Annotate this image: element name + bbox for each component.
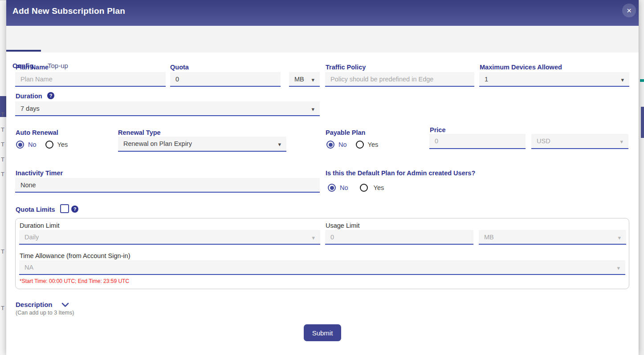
currency-value: USD	[537, 137, 550, 145]
time-allowance-select[interactable]: NA ▾	[19, 260, 625, 275]
traffic-policy-placeholder: Policy should be predefined in Edge	[330, 76, 433, 83]
price-value: 0	[435, 137, 438, 145]
background-clipped-text: T	[1, 156, 4, 163]
quota-unit-value: MB	[294, 76, 304, 83]
dropdown-arrow-icon: ▾	[620, 139, 623, 145]
background-clipped-text: T	[1, 141, 4, 148]
renewal-type-label: Renewal Type	[118, 129, 161, 136]
duration-limit-select[interactable]: Daily ▾	[19, 230, 320, 245]
auto-renewal-no-label: No	[28, 141, 37, 148]
max-devices-select[interactable]: 1 ▾	[479, 72, 629, 87]
time-allowance-label: Time Allowance (from Account Sign-in)	[20, 252, 130, 259]
price-input[interactable]: 0	[429, 134, 526, 149]
auto-renewal-no-radio[interactable]	[16, 141, 24, 149]
default-plan-label: Is this the Default Plan for Admin creat…	[326, 169, 475, 177]
traffic-policy-label: Traffic Policy	[326, 64, 366, 71]
page-scrollbar-thumb[interactable]	[641, 107, 644, 138]
help-icon[interactable]: ?	[47, 92, 54, 99]
background-clipped-text: T	[1, 126, 4, 133]
usage-limit-unit-select[interactable]: MB ▾	[479, 230, 626, 245]
payable-plan-radio-group: No Yes	[326, 141, 387, 149]
chevron-down-icon[interactable]	[61, 303, 69, 307]
help-icon[interactable]: ?	[71, 206, 78, 213]
active-tab-underline	[6, 50, 41, 52]
traffic-policy-input[interactable]: Policy should be predefined in Edge	[325, 72, 474, 87]
submit-button[interactable]: Submit	[304, 324, 341, 341]
time-range-note: *Start Time: 00:00 UTC; End Time: 23:59 …	[20, 278, 129, 284]
payable-plan-yes-radio[interactable]	[356, 141, 364, 149]
description-label: Description	[16, 301, 53, 308]
tab-bar: Config Top-up	[6, 26, 639, 52]
price-label: Price	[430, 126, 445, 133]
inactivity-timer-input[interactable]: None	[15, 178, 320, 193]
quota-limits-label: Quota Limits	[16, 206, 55, 213]
auto-renewal-label: Auto Renewal	[16, 129, 58, 136]
quota-value: 0	[175, 76, 179, 83]
background-clipped-text: T	[1, 111, 4, 118]
dropdown-arrow-icon: ▾	[312, 235, 315, 241]
dropdown-arrow-icon: ▾	[311, 77, 314, 83]
time-allowance-value: NA	[24, 264, 33, 271]
close-button[interactable]: ×	[622, 4, 636, 17]
tab-topup[interactable]: Top-up	[48, 62, 68, 69]
modal-header: Add New Subscription Plan ×	[6, 0, 639, 26]
dropdown-arrow-icon: ▾	[617, 265, 620, 271]
auto-renewal-yes-label: Yes	[57, 141, 68, 148]
quota-limits-checkbox[interactable]	[60, 204, 69, 213]
duration-select[interactable]: 7 days ▾	[15, 101, 320, 116]
modal-title: Add New Subscription Plan	[12, 6, 125, 16]
inactivity-timer-value: None	[20, 182, 36, 189]
renewal-type-select[interactable]: Renewal on Plan Expiry ▾	[118, 137, 286, 152]
quota-unit-select[interactable]: MB ▾	[289, 72, 320, 87]
payable-plan-yes-label: Yes	[368, 141, 379, 148]
payable-plan-label: Payable Plan	[326, 129, 365, 136]
usage-limit-value: 0	[330, 234, 334, 241]
description-note: (Can add up to 3 Items)	[16, 310, 74, 316]
usage-limit-input[interactable]: 0	[325, 230, 473, 245]
dropdown-arrow-icon: ▾	[618, 235, 621, 241]
radio-dot	[329, 143, 333, 147]
background-page-left-edge: T T T T T T T	[0, 0, 6, 355]
background-clipped-text: T	[1, 171, 4, 178]
quota-label: Quota	[170, 64, 189, 71]
plan-name-label: Plan Name	[16, 64, 49, 71]
dropdown-arrow-icon: ▾	[621, 77, 624, 83]
default-plan-no-label: No	[340, 184, 348, 191]
payable-plan-no-radio[interactable]	[326, 141, 334, 149]
usage-limit-label: Usage Limit	[326, 222, 360, 229]
default-plan-yes-label: Yes	[374, 184, 384, 191]
payable-plan-no-label: No	[338, 141, 347, 148]
max-devices-value: 1	[485, 76, 488, 83]
plan-name-placeholder: Plan Name	[20, 76, 53, 83]
background-page-right-edge	[639, 0, 644, 355]
default-plan-radio-group: No Yes	[328, 184, 393, 192]
auto-renewal-yes-radio[interactable]	[45, 141, 53, 149]
add-subscription-plan-modal: Add New Subscription Plan × Config Top-u…	[6, 0, 639, 355]
default-plan-no-radio[interactable]	[328, 184, 336, 192]
background-clipped-text: T	[1, 305, 4, 311]
auto-renewal-radio-group: No Yes	[16, 141, 77, 149]
duration-limit-value: Daily	[24, 234, 39, 241]
page-background: T T T T T T T Add New Subscription Plan …	[0, 0, 644, 355]
duration-value: 7 days	[20, 105, 40, 112]
background-clipped-text: T	[1, 248, 4, 255]
duration-label: Duration	[16, 93, 42, 100]
radio-dot	[330, 186, 334, 190]
duration-limit-label: Duration Limit	[20, 222, 59, 229]
currency-select[interactable]: USD ▾	[531, 134, 628, 149]
close-icon: ×	[627, 6, 632, 15]
usage-limit-unit-value: MB	[484, 234, 494, 241]
dropdown-arrow-icon: ▾	[311, 106, 314, 112]
plan-name-input[interactable]: Plan Name	[15, 72, 166, 87]
quota-input[interactable]: 0	[170, 72, 281, 87]
dropdown-arrow-icon: ▾	[278, 141, 281, 147]
inactivity-timer-label: Inactivity Timer	[16, 169, 63, 177]
renewal-type-value: Renewal on Plan Expiry	[123, 140, 192, 147]
radio-dot	[18, 143, 22, 147]
default-plan-yes-radio[interactable]	[360, 184, 368, 192]
max-devices-label: Maximum Devices Allowed	[480, 64, 562, 71]
scrollbar-tick	[640, 79, 644, 82]
